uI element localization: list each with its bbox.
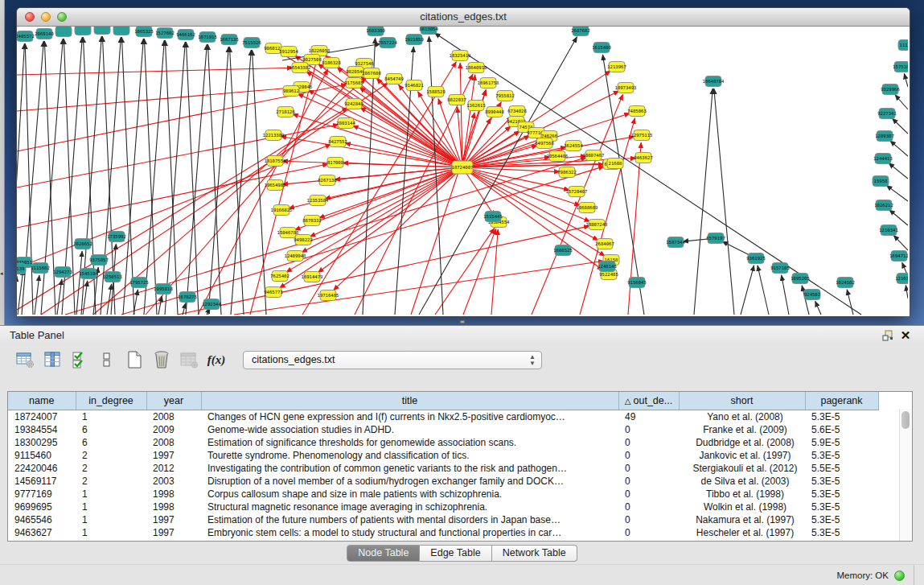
black-edge[interactable] — [893, 235, 908, 250]
table-cell[interactable]: 2003 — [146, 475, 201, 488]
table-cell[interactable]: 0 — [618, 526, 679, 539]
column-header-short[interactable]: short — [679, 392, 805, 410]
table-row[interactable]: 2242004622012Investigating the contribut… — [8, 462, 878, 475]
table-selector[interactable]: citations_edges.txt ▲▼ — [243, 351, 542, 369]
black-edge[interactable] — [889, 163, 908, 179]
table-row[interactable]: 946362711997Embryonic stem cells: a mode… — [8, 526, 878, 539]
table-cell[interactable]: 2012 — [146, 462, 201, 475]
black-edge[interactable] — [714, 89, 734, 315]
table-cell[interactable]: Genome-wide association studies in ADHD. — [201, 423, 618, 436]
black-edge[interactable] — [419, 37, 577, 315]
red-edge[interactable] — [318, 167, 462, 273]
table-row[interactable]: 969969511998Structural magnetic resonanc… — [8, 501, 878, 513]
zoom-window-icon[interactable] — [57, 12, 67, 22]
table-cell[interactable]: 5.3E-5 — [805, 449, 878, 462]
table-row[interactable]: 911546021997Tourette syndrome. Phenomeno… — [8, 449, 878, 462]
column-header-name[interactable]: name — [8, 392, 76, 410]
table-cell[interactable]: 9465546 — [8, 513, 76, 526]
table-cell[interactable]: 5.6E-5 — [805, 423, 878, 436]
black-edge[interactable] — [76, 251, 82, 315]
table-cell[interactable]: 0 — [618, 513, 679, 526]
column-header-in-degree[interactable]: in_degree — [76, 392, 146, 410]
table-cell[interactable]: Wolkin et al. (1998) — [679, 501, 805, 513]
table-cell[interactable]: 1 — [76, 488, 146, 501]
black-edge[interactable] — [165, 42, 185, 315]
table-cell[interactable]: 0 — [618, 449, 679, 462]
table-cell[interactable]: 5.3E-5 — [805, 475, 878, 488]
table-cell[interactable]: 5.9E-5 — [805, 436, 878, 449]
black-edge[interactable] — [815, 301, 821, 315]
black-edge[interactable] — [886, 185, 908, 201]
table-cell[interactable]: 0 — [618, 462, 679, 475]
table-cell[interactable]: Changes of HCN gene expression and I(f) … — [201, 410, 618, 424]
table-cell[interactable]: Structural magnetic resonance image aver… — [201, 501, 618, 513]
table-row[interactable]: 977716911998Corpus callosum shape and si… — [8, 488, 878, 501]
black-edge[interactable] — [890, 141, 908, 156]
table-scrollbar[interactable] — [899, 409, 912, 541]
table-cell[interactable]: 0 — [618, 488, 679, 501]
table-cell[interactable]: 9777169 — [8, 488, 76, 501]
black-edge[interactable] — [782, 275, 789, 315]
network-node[interactable] — [113, 27, 129, 35]
table-cell[interactable]: Stergiakouli et al. (2012) — [679, 462, 805, 475]
table-cell[interactable]: Hescheler et al. (1997) — [679, 526, 805, 539]
table-cell[interactable]: Tourette syndrome. Phenomenology and cla… — [201, 449, 618, 462]
table-cell[interactable]: 6 — [76, 436, 146, 449]
table-cell[interactable]: 9699695 — [8, 501, 76, 513]
delete-table-icon[interactable] — [177, 348, 201, 372]
red-edge[interactable] — [463, 229, 496, 315]
table-cell[interactable]: Tibbo et al. (1998) — [679, 488, 805, 501]
black-edge[interactable] — [25, 43, 33, 315]
network-node[interactable] — [94, 27, 110, 35]
table-cell[interactable]: 2 — [76, 475, 146, 488]
table-cell[interactable]: 2009 — [146, 423, 201, 436]
table-cell[interactable]: Estimation of significance thresholds fo… — [201, 436, 618, 449]
float-window-icon[interactable] — [879, 328, 897, 343]
table-cell[interactable]: 2008 — [146, 410, 201, 424]
black-edge[interactable] — [758, 266, 769, 315]
black-edge[interactable] — [892, 118, 908, 134]
delete-column-icon[interactable] — [150, 348, 174, 372]
black-edge[interactable] — [895, 95, 908, 109]
table-cell[interactable]: 5.3E-5 — [805, 501, 878, 513]
table-cell[interactable]: 1 — [76, 410, 146, 424]
table-cell[interactable]: Estimation of the future numbers of pati… — [201, 513, 618, 526]
table-cell[interactable]: de Silva et al. (2003) — [679, 475, 805, 488]
black-edge[interactable] — [35, 275, 39, 315]
black-edge[interactable] — [904, 73, 908, 87]
table-row[interactable]: 1938455462009Genome-wide association stu… — [8, 423, 878, 436]
black-edge[interactable] — [889, 210, 908, 225]
table-row[interactable]: 1872400712008Changes of HCN gene express… — [8, 410, 878, 424]
table-cell[interactable]: 0 — [618, 475, 679, 488]
panel-collapse-arrow-icon[interactable]: ◂ — [0, 270, 3, 276]
table-cell[interactable]: 5.3E-5 — [805, 526, 878, 539]
table-cell[interactable]: 1997 — [146, 526, 201, 539]
red-edge[interactable] — [298, 94, 462, 167]
black-edge[interactable] — [144, 39, 157, 315]
table-scrollbar-thumb[interactable] — [901, 411, 910, 429]
table-cell[interactable]: 5.3E-5 — [805, 488, 878, 501]
table-cell[interactable]: Investigating the contribution of common… — [201, 462, 618, 475]
table-cell[interactable]: 49 — [618, 410, 679, 424]
create-column-icon[interactable] — [122, 348, 146, 372]
black-edge[interactable] — [847, 290, 853, 315]
table-cell[interactable]: 1998 — [146, 501, 201, 513]
column-header-year[interactable]: year — [146, 392, 201, 410]
table-cell[interactable]: Franke et al. (2009) — [679, 423, 805, 436]
red-edge[interactable] — [17, 125, 339, 187]
tab-network-table[interactable]: Network Table — [492, 545, 577, 562]
table-cell[interactable]: Disruption of a novel member of a sodium… — [201, 475, 618, 488]
table-cell[interactable]: 5.5E-5 — [805, 462, 878, 475]
black-edge[interactable] — [121, 37, 134, 315]
column-header-out-de-[interactable]: △out_de... — [618, 392, 679, 410]
column-header-title[interactable]: title — [201, 392, 618, 410]
table-cell[interactable]: 1 — [76, 501, 146, 513]
network-canvas[interactable]: 1872400798601245912954182260589827508165… — [17, 27, 908, 316]
table-cell[interactable]: 1997 — [146, 449, 201, 462]
network-node[interactable] — [75, 27, 91, 35]
column-header-pagerank[interactable]: pagerank — [805, 392, 878, 410]
red-edge[interactable] — [234, 261, 604, 315]
table-cell[interactable]: 2 — [76, 449, 146, 462]
red-edge[interactable] — [17, 68, 293, 75]
table-cell[interactable]: 0 — [618, 436, 679, 449]
